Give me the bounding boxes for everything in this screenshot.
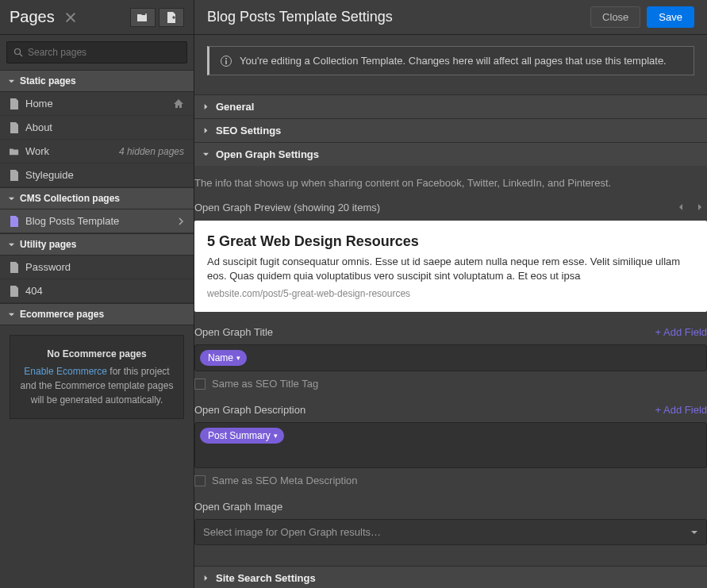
accordion-seo[interactable]: SEO Settings [194,118,707,142]
sidebar-header: Pages [0,0,194,35]
page-label: About [25,121,52,133]
page-icon [10,122,19,133]
og-desc-label-row: Open Graph Description + Add Field [194,404,707,416]
svg-rect-3 [225,60,227,64]
checkbox-label: Same as SEO Meta Description [212,475,358,486]
accordion-label: Open Graph Settings [216,148,319,160]
og-image-label-row: Open Graph Image [194,501,707,513]
chip-label: Name [208,352,233,363]
svg-point-0 [15,49,21,55]
og-info-text: The info that shows up when sharing cont… [194,177,707,189]
caret-down-icon [8,311,15,318]
new-folder-button[interactable] [130,8,156,27]
main-header: Blog Posts Template Settings Close Save [194,0,707,35]
search-icon [13,48,23,57]
home-icon [173,98,184,110]
preview-prev-button[interactable] [674,200,688,214]
preview-next-button[interactable] [693,200,707,214]
page-item-home[interactable]: Home [0,92,194,116]
section-label: CMS Collection pages [20,193,120,204]
og-desc-label: Open Graph Description [194,404,305,416]
og-preview-header: Open Graph Preview (showing 20 items) [194,200,707,214]
og-preview-desc: Ad suscipit fugit consequatur omnis. Ess… [207,255,694,283]
accordion-label: General [216,101,254,113]
same-as-seo-desc-row: Same as SEO Meta Description [194,475,707,486]
section-cms-pages[interactable]: CMS Collection pages [0,187,194,209]
caret-down-icon [8,78,15,85]
accordion-site-search[interactable]: Site Search Settings [194,566,707,588]
page-label: Blog Posts Template [25,215,119,227]
page-icon [10,262,19,273]
empty-title: No Ecommerce pages [18,347,175,361]
content: You're editing a Collection Template. Ch… [194,35,707,94]
caret-right-icon [202,103,209,110]
caret-down-icon [8,241,15,248]
same-as-seo-title-checkbox[interactable] [194,379,206,390]
search-wrap [0,35,194,70]
og-preview-label: Open Graph Preview (showing 20 items) [194,202,380,213]
close-icon[interactable] [64,11,77,24]
page-icon [10,170,19,181]
search-input[interactable] [28,47,180,58]
page-label: Home [25,98,53,110]
og-section-body: The info that shows up when sharing cont… [194,166,707,566]
og-desc-input[interactable]: Post Summary ▾ [194,422,707,468]
page-label: Password [25,261,71,273]
svg-point-2 [225,58,227,60]
og-title-input[interactable]: Name ▾ [194,344,707,371]
same-as-seo-desc-checkbox[interactable] [194,475,206,486]
chip-label: Post Summary [208,430,271,441]
accordion-general[interactable]: General [194,94,707,118]
og-title-label-row: Open Graph Title + Add Field [194,326,707,338]
panel-title: Pages [10,8,55,26]
page-item-404[interactable]: 404 [0,279,194,303]
field-chip-post-summary[interactable]: Post Summary ▾ [200,428,284,444]
same-as-seo-title-row: Same as SEO Title Tag [194,378,707,390]
select-placeholder: Select image for Open Graph results… [203,526,381,538]
og-title-label: Open Graph Title [194,326,273,338]
page-item-about[interactable]: About [0,116,194,140]
save-button[interactable]: Save [647,6,694,28]
accordion-label: SEO Settings [216,125,281,136]
page-item-blog-posts-template[interactable]: Blog Posts Template [0,209,194,233]
og-image-select[interactable]: Select image for Open Graph results… [194,519,707,545]
field-chip-name[interactable]: Name ▾ [200,350,247,366]
og-preview-url: website.com/post/5-great-web-design-reso… [207,288,694,299]
page-item-work[interactable]: Work 4 hidden pages [0,140,194,163]
add-field-button[interactable]: + Add Field [655,326,707,338]
caret-down-icon [8,195,15,202]
page-icon [10,216,19,227]
og-preview-card: 5 Great Web Design Resources Ad suscipit… [194,221,707,312]
chevron-down-icon: ▾ [236,354,240,362]
checkbox-label: Same as SEO Title Tag [212,378,318,390]
notice-text: You're editing a Collection Template. Ch… [240,55,667,67]
og-image-label: Open Graph Image [194,501,282,513]
page-title: Blog Posts Template Settings [207,9,393,25]
accordion-open-graph[interactable]: Open Graph Settings [194,142,707,166]
add-field-button[interactable]: + Add Field [655,404,707,416]
chevron-down-icon [690,528,698,536]
page-item-styleguide[interactable]: Styleguide [0,163,194,187]
page-label: Styleguide [25,169,74,181]
section-ecommerce-pages[interactable]: Ecommerce pages [0,303,194,325]
enable-ecommerce-link[interactable]: Enable Ecommerce [24,366,107,377]
caret-down-icon [202,151,209,158]
pages-panel: Pages Static pages Home About [0,0,194,588]
page-item-password[interactable]: Password [0,256,194,279]
close-button[interactable]: Close [590,6,640,28]
section-utility-pages[interactable]: Utility pages [0,233,194,256]
section-label: Ecommerce pages [20,309,104,320]
og-preview-title: 5 Great Web Design Resources [207,233,694,250]
page-icon [10,98,19,110]
folder-icon [10,146,19,157]
caret-right-icon [202,127,209,134]
new-page-button[interactable] [159,8,184,27]
section-label: Static pages [20,75,76,86]
page-label: Work [25,145,49,157]
settings-panel: Blog Posts Template Settings Close Save … [194,0,707,588]
caret-right-icon [202,575,209,582]
hidden-pages-meta: 4 hidden pages [119,146,184,157]
section-static-pages[interactable]: Static pages [0,70,194,92]
page-icon [10,286,19,297]
search-box[interactable] [6,41,187,63]
